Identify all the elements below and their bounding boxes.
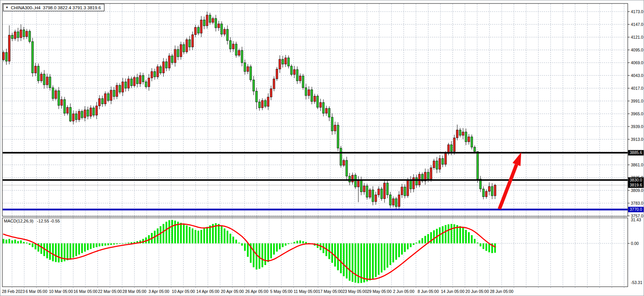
candle-down [113, 90, 115, 97]
candle-up [84, 110, 86, 118]
macd-histogram-bar [296, 241, 298, 243]
candle-up [218, 24, 220, 28]
candle-down [389, 195, 391, 205]
symbol-dropdown-icon[interactable]: ▼ [5, 6, 9, 9]
macd-histogram-bar [424, 236, 426, 243]
candle-up [384, 183, 386, 199]
symbol-ohlc-box[interactable]: ▼ CHINA300-,H4 3798.0 3822.4 3791.3 3819… [3, 4, 104, 11]
candle-up [46, 77, 48, 85]
candle-up [453, 138, 455, 152]
macd-histogram-bar [131, 242, 132, 243]
candle-down [360, 180, 362, 192]
candle-down [130, 79, 132, 86]
macd-histogram-bar [192, 228, 193, 243]
macd-histogram-bar [288, 243, 289, 244]
time-tick-label: 29 May 05:00 [367, 289, 392, 294]
macd-histogram-bar [384, 243, 385, 270]
candle-up [55, 91, 57, 98]
candle-up [357, 180, 359, 187]
macd-histogram-bar [227, 231, 228, 243]
candle-down [323, 103, 325, 113]
macd-histogram-bar [276, 243, 278, 252]
macd-histogram-bar [337, 243, 339, 270]
macd-histogram-bar [442, 226, 443, 243]
macd-histogram-bar [459, 226, 461, 243]
candle-up [401, 187, 403, 195]
macd-histogram-bar [3, 239, 4, 243]
macd-histogram-bar [465, 230, 466, 243]
macd-histogram-bar [346, 243, 347, 279]
macd-histogram-bar [108, 243, 109, 245]
candle-down [311, 90, 313, 101]
macd-histogram-bar [285, 243, 286, 246]
time-tick-label: 2 Jun 05:00 [393, 289, 414, 294]
candle-up [191, 35, 193, 47]
macd-histogram-bar [180, 223, 182, 243]
macd-histogram-bar [294, 242, 295, 243]
candle-down [317, 96, 319, 107]
macd-histogram-bar [166, 222, 167, 243]
time-tick-label: 11 May 05:00 [294, 289, 318, 294]
macd-histogram-bar [489, 243, 490, 252]
macd-histogram-bar [78, 243, 80, 255]
macd-histogram-bar [72, 243, 74, 258]
candle-down [386, 183, 388, 195]
macd-histogram-bar [253, 243, 255, 267]
time-tick-label: 17 May 05:00 [318, 289, 343, 294]
time-tick-label: 28 Feb 2023 [2, 289, 25, 294]
candle-up [325, 108, 327, 113]
candle-up [375, 195, 377, 202]
candle-up [104, 94, 106, 104]
candle-down [366, 186, 368, 197]
candle-down [81, 111, 83, 118]
candle-down [119, 85, 121, 92]
candle-down [136, 77, 138, 84]
macd-histogram-bar [99, 243, 100, 246]
time-tick-label: 14 Apr 05:00 [196, 289, 220, 294]
candle-down [23, 30, 25, 37]
candle-up [343, 161, 345, 166]
candle-down [410, 180, 412, 189]
candle-down [337, 125, 339, 148]
macd-histogram-bar [244, 243, 246, 251]
candle-up [485, 192, 487, 197]
macd-histogram-bar [14, 240, 16, 243]
macd-histogram-bar [416, 243, 417, 243]
time-tick-label: 6 Mar 05:00 [26, 289, 47, 294]
candle-up [90, 108, 92, 116]
candle-down [256, 91, 258, 102]
time-tick-label: 14 Jun 05:00 [441, 289, 465, 294]
macd-histogram-bar [81, 243, 83, 253]
candle-down [52, 88, 54, 99]
candle-down [101, 99, 103, 104]
candle-down [229, 41, 231, 49]
macd-histogram-bar [305, 242, 307, 243]
candle-up [122, 82, 124, 92]
candle-up [314, 96, 316, 101]
candle-down [346, 161, 348, 176]
candle-up [78, 111, 80, 120]
chart-canvas[interactable]: 4173.04147.04121.04095.04069.04043.04017… [0, 0, 644, 296]
macd-histogram-bar [375, 243, 376, 277]
macd-histogram-bar [273, 243, 275, 255]
candle-up [439, 159, 441, 169]
macd-histogram-bar [209, 226, 211, 243]
macd-histogram-bar [299, 240, 301, 243]
candle-up [285, 58, 287, 64]
price-tick-label: 4017.0 [631, 86, 643, 91]
time-tick-label: 3 Apr 05:00 [149, 289, 169, 294]
candle-up [407, 180, 409, 196]
macd-histogram-bar [349, 243, 350, 281]
candle-down [290, 66, 292, 75]
macd-histogram-bar [241, 243, 243, 246]
time-tick-label: 8 Jun 05:00 [418, 289, 439, 294]
macd-histogram-bar [369, 243, 371, 281]
candle-down [93, 108, 95, 115]
macd-histogram-bar [206, 227, 208, 243]
macd-histogram-bar [5, 240, 7, 243]
macd-histogram-bar [221, 226, 222, 243]
time-tick-label: 16 Mar 05:00 [73, 289, 97, 294]
candle-up [445, 154, 447, 164]
candle-down [381, 189, 383, 198]
macd-histogram-bar [378, 243, 379, 275]
